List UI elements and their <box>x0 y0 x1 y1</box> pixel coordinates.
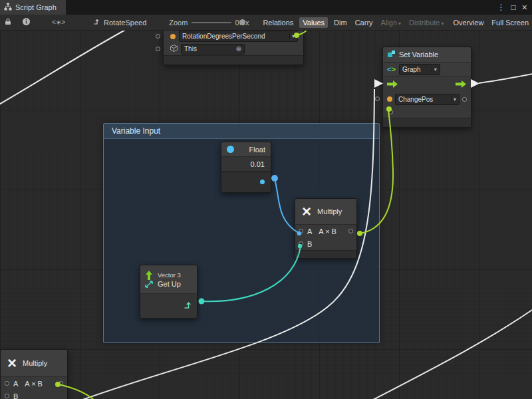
variable-dot-icon <box>170 34 176 39</box>
up-arrow-icon <box>146 271 152 280</box>
graph-toolbar: <∗> RotateSpeed Zoom 0.9x Relations Valu… <box>0 15 532 31</box>
variable-dot-icon <box>387 96 392 102</box>
port-b-label: B <box>13 392 18 399</box>
multiply-icon: × <box>302 205 311 218</box>
chevron-down-icon: ▾ <box>432 66 437 72</box>
graph-name-label: RotateSpeed <box>104 19 146 27</box>
port-up-output-icon[interactable] <box>184 301 192 311</box>
carry-button[interactable]: Carry <box>352 17 376 28</box>
align-button[interactable]: Align▾ <box>378 17 404 28</box>
node-multiply-bottom[interactable]: × Multiply A A × B B <box>0 349 68 399</box>
fullscreen-button[interactable]: Full Screen <box>488 17 532 28</box>
maximize-icon[interactable]: □ <box>511 3 516 12</box>
distribute-button[interactable]: Distribute▾ <box>406 17 447 28</box>
zoom-slider[interactable] <box>192 22 231 23</box>
connection-values-icon[interactable]: <∗> <box>52 19 65 26</box>
node-get-up[interactable]: Vector 3 Get Up <box>140 265 198 319</box>
script-graph-icon <box>4 3 12 12</box>
node-title: Multiply <box>317 207 342 215</box>
variable-name-value: ChangePos <box>398 96 433 103</box>
kebab-menu-icon[interactable]: ⋮ <box>497 3 505 12</box>
clear-target-icon[interactable]: ⊗ <box>236 45 241 53</box>
port-result-output[interactable] <box>348 229 353 233</box>
relations-button[interactable]: Relations <box>259 17 297 28</box>
values-button[interactable]: Values <box>299 17 328 28</box>
vector3-icon <box>144 271 154 289</box>
port-target-input[interactable] <box>156 47 160 51</box>
node-multiply[interactable]: × Multiply A A × B B <box>295 198 357 259</box>
float-circle-icon <box>227 146 234 153</box>
close-icon[interactable]: × <box>522 2 527 13</box>
port-name-input[interactable] <box>375 96 380 101</box>
port-b-input[interactable] <box>299 241 303 246</box>
output-label: A × B <box>25 380 43 388</box>
float-value-field[interactable]: 0.01 <box>251 160 265 168</box>
chevron-down-icon: ▾ <box>451 96 456 102</box>
overview-button[interactable]: Overview <box>450 17 487 28</box>
target-value: This <box>184 45 197 53</box>
graph-pointer-icon <box>93 18 101 27</box>
diagonal-arrows-icon <box>146 281 152 287</box>
chevron-down-icon: ▾ <box>442 21 444 27</box>
node-set-variable[interactable]: Set Variable <> Graph ▾ ChangePos ▾ <box>382 47 471 128</box>
flow-in-port-icon[interactable] <box>387 80 398 89</box>
node-footer <box>164 55 303 65</box>
set-variable-icon <box>387 50 396 60</box>
variable-name-value: RotationDegreesPerSecond <box>182 33 265 40</box>
port-a-label: A <box>307 227 312 235</box>
output-label: A × B <box>319 227 336 235</box>
node-get-variable[interactable]: RotationDegreesPerSecond ▾ This ⊗ <box>163 29 304 65</box>
port-b-label: B <box>307 240 312 248</box>
port-value-input[interactable] <box>388 110 393 114</box>
node-title: Set Variable <box>399 51 438 59</box>
port-output-value[interactable] <box>462 97 467 102</box>
chevron-down-icon: ▾ <box>398 21 401 27</box>
code-icon: <> <box>387 65 396 73</box>
scope-dropdown[interactable]: Graph ▾ <box>399 64 440 75</box>
node-title: Float <box>249 146 265 154</box>
port-a-label: A <box>13 380 18 388</box>
group-header[interactable]: Variable Input <box>104 124 379 139</box>
node-footer <box>295 250 356 258</box>
zoom-label: Zoom <box>169 19 188 27</box>
node-float[interactable]: Float 0.01 <box>221 142 271 193</box>
port-a-input[interactable] <box>5 381 9 386</box>
node-title: Multiply <box>23 359 47 367</box>
lock-icon[interactable] <box>5 18 11 27</box>
target-field[interactable]: This ⊗ <box>181 44 245 55</box>
node-title: Get Up <box>158 280 181 288</box>
dim-button[interactable]: Dim <box>331 17 350 28</box>
zoom-slider-handle[interactable] <box>239 19 245 25</box>
port-float-output[interactable] <box>260 180 265 184</box>
chevron-down-icon: ▾ <box>289 33 295 39</box>
port-a-input[interactable] <box>299 229 303 233</box>
script-graph-tab[interactable]: Script Graph <box>0 0 66 15</box>
flow-out-port-icon[interactable] <box>456 80 467 89</box>
multiply-icon: × <box>7 356 17 370</box>
port-variable-name-input[interactable] <box>156 34 160 39</box>
window-title: Script Graph <box>15 3 57 11</box>
info-icon[interactable] <box>22 17 31 27</box>
window-titlebar: Script Graph ⋮ □ × <box>0 0 532 15</box>
variable-name-dropdown[interactable]: RotationDegreesPerSecond ▾ <box>179 31 298 42</box>
gameobject-cube-icon <box>170 45 178 53</box>
node-footer <box>221 172 271 192</box>
scope-value: Graph <box>402 66 421 73</box>
port-result-output[interactable] <box>59 381 63 386</box>
node-type-label: Vector 3 <box>158 271 181 279</box>
group-title: Variable Input <box>112 126 160 136</box>
variable-name-dropdown[interactable]: ChangePos ▾ <box>395 94 460 105</box>
port-b-input[interactable] <box>5 394 9 398</box>
node-footer <box>383 118 471 127</box>
